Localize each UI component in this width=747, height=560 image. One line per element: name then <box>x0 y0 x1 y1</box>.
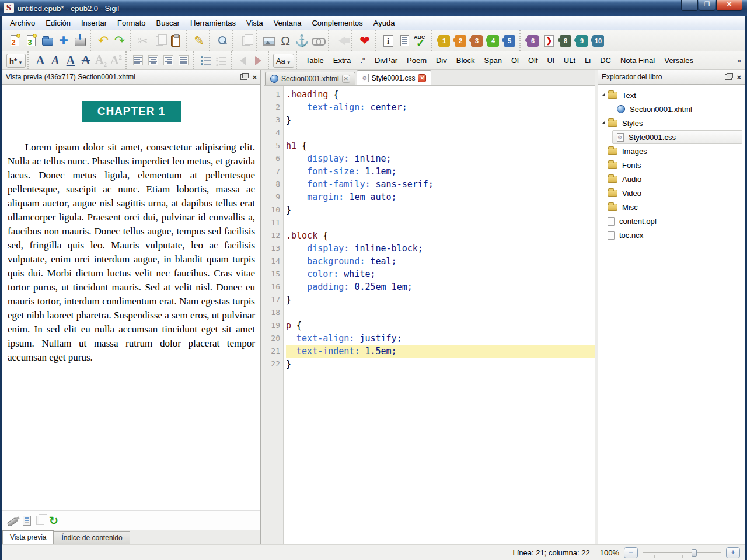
menu-ventana[interactable]: Ventana <box>268 17 307 29</box>
plugin-8-button[interactable]: 8 <box>557 33 574 49</box>
superscript-button[interactable]: A2 <box>109 54 124 68</box>
inspect-icon[interactable] <box>6 517 18 527</box>
tree-item-misc[interactable]: Misc <box>598 200 745 214</box>
menu-vista[interactable]: Vista <box>241 17 268 29</box>
indent-increase-button[interactable] <box>251 54 266 68</box>
refresh-icon[interactable]: ↻ <box>49 515 58 526</box>
redo-button[interactable]: ↷ <box>111 33 128 49</box>
minimize-button[interactable]: — <box>681 0 698 11</box>
clip-button-li[interactable]: Li <box>580 54 595 66</box>
clip-button-ul[interactable]: Ul <box>543 54 559 66</box>
select-element-icon[interactable] <box>23 516 31 526</box>
title-bar[interactable]: S untitled.epub* - epub2.0 - Sigil — ❐ ✕ <box>0 0 747 16</box>
tree-item-video[interactable]: Video <box>598 186 745 200</box>
tree-item-text[interactable]: Text <box>598 88 745 102</box>
tab-close-icon[interactable]: ✕ <box>418 74 426 82</box>
new-epub3-button[interactable]: 3 <box>23 33 39 49</box>
new-epub2-button[interactable]: 2 <box>6 33 23 49</box>
close-panel-icon[interactable]: × <box>736 74 741 81</box>
menu-ayuda[interactable]: Ayuda <box>368 17 400 29</box>
clip-button-divpar[interactable]: DivPar <box>370 54 402 66</box>
bullet-list-button[interactable] <box>198 54 214 68</box>
tree-item-images[interactable]: Images <box>598 144 745 158</box>
back-button[interactable] <box>333 33 350 49</box>
clip-button--[interactable]: .° <box>355 54 370 66</box>
menu-herramientas[interactable]: Herramientas <box>185 17 241 29</box>
tree-item-style0001-css[interactable]: Style0001.css <box>598 130 745 144</box>
italic-button[interactable]: A <box>48 54 63 68</box>
copy-button[interactable] <box>151 33 167 49</box>
editor-tab-style0001-css[interactable]: Style0001.css✕ <box>357 70 432 85</box>
code-area[interactable]: .heading { text-align: center;}h1 { disp… <box>284 86 595 544</box>
float-panel-icon[interactable] <box>725 74 732 80</box>
menu-formato[interactable]: Formato <box>112 17 151 29</box>
paste-button[interactable] <box>167 33 184 49</box>
bold-button[interactable]: A <box>33 54 48 68</box>
metadata-editor-button[interactable] <box>396 33 413 49</box>
close-button[interactable]: ✕ <box>716 0 742 11</box>
plugin-3-button[interactable]: 3 <box>469 33 485 49</box>
undo-button[interactable]: ↶ <box>95 33 111 49</box>
clip-button-poem[interactable]: Poem <box>402 54 431 66</box>
plugin-5-button[interactable]: 5 <box>501 33 518 49</box>
menu-insertar[interactable]: Insertar <box>76 17 112 29</box>
menu-edicion[interactable]: Edición <box>40 17 76 29</box>
clip-button-div[interactable]: Div <box>431 54 452 66</box>
indent-decrease-button[interactable] <box>236 54 251 68</box>
numbered-list-button[interactable]: 123 <box>214 54 229 68</box>
clip-button-block[interactable]: Block <box>452 54 480 66</box>
metadata-info-button[interactable]: i <box>380 33 396 49</box>
tree-item-section0001-xhtml[interactable]: Section0001.xhtml <box>598 102 745 116</box>
clip-button-table[interactable]: Table <box>301 54 329 66</box>
zoom-out-button[interactable]: − <box>624 547 638 558</box>
special-character-button[interactable]: Ω <box>277 33 294 49</box>
float-panel-icon[interactable] <box>240 74 247 80</box>
align-right-button[interactable] <box>161 54 176 68</box>
plugin-1-button[interactable]: 1 <box>436 33 452 49</box>
zoom-slider-handle[interactable] <box>692 549 697 556</box>
editor-tab-section0001-xhtml[interactable]: Section0001.xhtml✕ <box>265 72 355 85</box>
donate-heart-button[interactable]: ❤ <box>357 33 373 49</box>
close-panel-icon[interactable]: × <box>252 74 257 81</box>
split-section-button[interactable] <box>238 33 254 49</box>
align-center-button[interactable] <box>146 54 161 68</box>
preview-tab-vista-previa[interactable]: Vista previa <box>2 530 54 544</box>
strikethrough-button[interactable]: A <box>78 54 93 68</box>
tree-item-toc-ncx[interactable]: toc.ncx <box>598 228 745 242</box>
add-existing-button[interactable]: ✚ <box>55 33 72 49</box>
clip-button-extra[interactable]: Extra <box>329 54 355 66</box>
heading-style-dropdown[interactable]: h*▼ <box>6 54 26 68</box>
expand-triangle-icon[interactable] <box>602 121 605 124</box>
plugin-4-button[interactable]: 4 <box>485 33 501 49</box>
link-button[interactable] <box>310 33 326 49</box>
insert-image-button[interactable] <box>261 33 277 49</box>
tree-item-content-opf[interactable]: content.opf <box>598 214 745 228</box>
subscript-button[interactable]: A2 <box>93 54 109 68</box>
menu-archivo[interactable]: Archivo <box>5 17 40 29</box>
clip-button-nota-final[interactable]: Nota Final <box>616 54 659 66</box>
preview-tab-i-ndice-de-contenido[interactable]: Índice de contenido <box>54 531 130 544</box>
copy-selection-icon[interactable] <box>36 516 44 525</box>
plugin-pdf-button[interactable]: ❯ <box>541 33 557 49</box>
tab-close-icon[interactable]: ✕ <box>342 75 350 83</box>
plugin-10-button[interactable]: 10 <box>590 33 606 49</box>
toolbar-overflow-chevron[interactable]: » <box>734 56 745 65</box>
cut-button[interactable]: ✂ <box>135 33 151 49</box>
spellcheck-button[interactable]: ABC <box>413 33 429 49</box>
clip-button-span[interactable]: Span <box>480 54 507 66</box>
underline-button[interactable]: A <box>63 54 78 68</box>
clip-button-olf[interactable]: Olf <box>523 54 543 66</box>
align-left-button[interactable] <box>131 54 146 68</box>
restore-button[interactable]: ❐ <box>699 0 715 11</box>
open-folder-button[interactable] <box>39 33 55 49</box>
clip-button-dc[interactable]: DC <box>595 54 616 66</box>
plugin-6-button[interactable]: 6 <box>525 33 541 49</box>
clip-button-versales[interactable]: Versales <box>659 54 698 66</box>
menu-buscar[interactable]: Buscar <box>151 17 184 29</box>
tree-item-styles[interactable]: Styles <box>598 116 745 130</box>
tree-item-fonts[interactable]: Fonts <box>598 158 745 172</box>
align-justify-button[interactable] <box>176 54 191 68</box>
change-case-dropdown[interactable]: Aa▼ <box>273 54 294 68</box>
menu-complementos[interactable]: Complementos <box>306 17 368 29</box>
anchor-button[interactable]: ⚓ <box>294 33 310 49</box>
